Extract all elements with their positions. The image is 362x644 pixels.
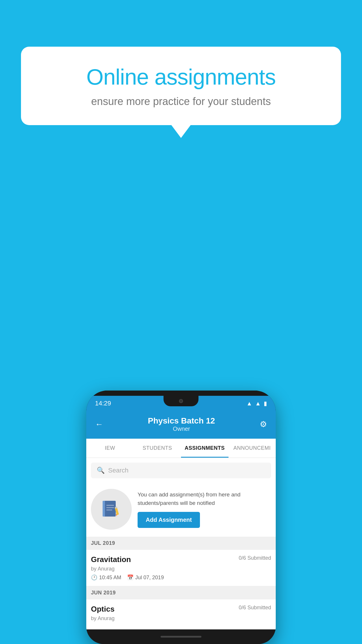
meta-date-gravitation: 📅 Jul 07, 2019	[127, 574, 164, 581]
home-indicator	[161, 636, 201, 638]
tab-announcements[interactable]: ANNOUNCEMI	[229, 439, 276, 458]
header-subtitle: Owner	[148, 426, 215, 432]
phone-mockup: 14:29 ▲ ▲ ▮ ← Physics Batch 12 Owner ⚙ I…	[86, 391, 276, 644]
meta-time-text-gravitation: 10:45 AM	[99, 575, 121, 581]
content-area: 🔍 Search	[86, 458, 276, 629]
status-time: 14:29	[95, 400, 111, 407]
assignment-meta-gravitation: 🕐 10:45 AM 📅 Jul 07, 2019	[91, 574, 271, 581]
back-button[interactable]: ←	[95, 420, 103, 429]
add-assignment-right: You can add assignment(s) from here and …	[138, 491, 271, 528]
assignment-optics[interactable]: Optics 0/6 Submitted by Anurag	[86, 599, 276, 629]
header-title: Physics Batch 12	[148, 416, 215, 426]
svg-rect-4	[106, 510, 112, 510]
tab-iew[interactable]: IEW	[86, 439, 134, 458]
status-icons: ▲ ▲ ▮	[246, 400, 267, 407]
header-center: Physics Batch 12 Owner	[148, 416, 215, 432]
speech-bubble: Online assignments ensure more practice …	[21, 47, 341, 125]
meta-date-text-gravitation: Jul 07, 2019	[135, 575, 164, 581]
speech-bubble-title: Online assignments	[41, 64, 321, 90]
meta-time-gravitation: 🕐 10:45 AM	[91, 574, 121, 581]
app-header: ← Physics Batch 12 Owner ⚙	[86, 411, 276, 439]
battery-icon: ▮	[264, 400, 267, 407]
search-bar[interactable]: 🔍 Search	[91, 463, 271, 478]
front-camera	[179, 399, 183, 403]
search-placeholder: Search	[108, 467, 129, 474]
signal-icon: ▲	[255, 400, 261, 407]
notch	[164, 396, 198, 406]
phone-frame-bottom	[86, 629, 276, 644]
assignment-row1-optics: Optics 0/6 Submitted	[91, 605, 271, 614]
assignment-submitted-gravitation: 0/6 Submitted	[239, 555, 271, 561]
section-jul-2019: JUL 2019	[86, 537, 276, 550]
status-bar: 14:29 ▲ ▲ ▮	[86, 396, 276, 411]
add-assignment-section: You can add assignment(s) from here and …	[86, 483, 276, 537]
assignment-submitted-optics: 0/6 Submitted	[239, 605, 271, 611]
phone-frame-top	[86, 391, 276, 396]
assignment-name-gravitation: Gravitation	[91, 555, 131, 564]
svg-rect-3	[106, 507, 114, 508]
search-icon: 🔍	[97, 467, 105, 474]
notebook-icon-wrap	[91, 489, 132, 530]
wifi-icon: ▲	[246, 400, 252, 407]
section-jun-2019: JUN 2019	[86, 586, 276, 599]
calendar-icon: 📅	[127, 574, 133, 581]
add-assignment-button[interactable]: Add Assignment	[138, 512, 200, 528]
assignment-row1: Gravitation 0/6 Submitted	[91, 555, 271, 564]
svg-rect-0	[103, 501, 116, 517]
phone-outer: 14:29 ▲ ▲ ▮ ← Physics Batch 12 Owner ⚙ I…	[86, 391, 276, 644]
assignment-name-optics: Optics	[91, 605, 115, 614]
notebook-icon	[101, 499, 122, 519]
assignment-by-optics: by Anurag	[91, 615, 271, 622]
settings-button[interactable]: ⚙	[260, 419, 267, 429]
tabs: IEW STUDENTS ASSIGNMENTS ANNOUNCEMI	[86, 439, 276, 458]
clock-icon: 🕐	[91, 574, 97, 581]
speech-bubble-subtitle: ensure more practice for your students	[41, 95, 321, 108]
svg-rect-2	[106, 505, 114, 506]
tab-assignments[interactable]: ASSIGNMENTS	[181, 439, 229, 458]
speech-bubble-container: Online assignments ensure more practice …	[21, 47, 341, 125]
tab-students[interactable]: STUDENTS	[134, 439, 181, 458]
svg-rect-1	[103, 501, 105, 517]
add-assignment-desc: You can add assignment(s) from here and …	[138, 491, 271, 507]
assignment-by-gravitation: by Anurag	[91, 566, 271, 572]
assignment-gravitation[interactable]: Gravitation 0/6 Submitted by Anurag 🕐 10…	[86, 550, 276, 586]
